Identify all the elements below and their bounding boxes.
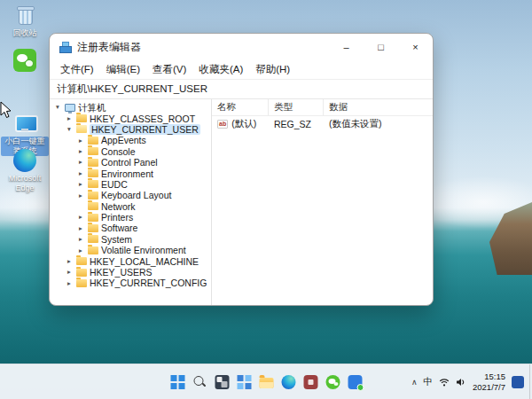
string-value-icon: ab: [217, 120, 228, 129]
tree-item-label: HKEY_USERS: [90, 267, 153, 278]
chevron-right-icon[interactable]: ▸: [76, 247, 85, 254]
close-button[interactable]: ×: [398, 34, 433, 60]
tree-item-hkey-users[interactable]: ▸HKEY_USERS: [50, 267, 211, 278]
wallpaper-cliff: [489, 202, 532, 275]
taskview-icon: [215, 375, 229, 389]
pinned-app-1-button[interactable]: [300, 370, 322, 394]
tree-item-printers[interactable]: ▸Printers: [50, 212, 211, 223]
chevron-right-icon[interactable]: ▸: [76, 192, 85, 200]
window-titlebar[interactable]: 注册表编辑器 – □ ×: [50, 34, 433, 60]
pinned-app-2-button[interactable]: [344, 370, 366, 394]
menu-item-4[interactable]: 帮助(H): [249, 61, 296, 78]
chevron-right-icon[interactable]: ▸: [76, 170, 85, 177]
folder-icon: [76, 279, 87, 287]
ime-indicator[interactable]: 中: [424, 376, 434, 388]
tree-item-keyboard-layout[interactable]: ▸Keyboard Layout: [50, 190, 211, 200]
chevron-right-icon[interactable]: ▸: [76, 148, 85, 155]
tree-item-label: Printers: [101, 212, 133, 223]
chevron-right-icon[interactable]: ▸: [76, 236, 85, 243]
column-header-2[interactable]: 数据: [324, 99, 433, 115]
folder-icon: [88, 224, 98, 232]
widgets-button[interactable]: [233, 370, 255, 394]
registry-tree: ▾计算机▸HKEY_CLASSES_ROOT▾HKEY_CURRENT_USER…: [50, 99, 212, 305]
desktop: 回收站小白一键重装系统Microsoft Edge 注册表编辑器 – □ × 文…: [0, 0, 532, 399]
edge-button[interactable]: [278, 370, 300, 394]
folder-icon: [88, 180, 98, 188]
tray-time: 15:15: [473, 372, 505, 382]
search-icon: [192, 375, 207, 389]
chevron-down-icon[interactable]: ▾: [53, 104, 62, 111]
clock[interactable]: 15:15 2021/7/7: [473, 372, 505, 393]
chevron-right-icon[interactable]: ▸: [65, 269, 74, 276]
tree-item-label: Software: [101, 223, 137, 233]
taskbar-icons: [167, 364, 366, 399]
start-icon: [170, 375, 184, 389]
tree-item-system[interactable]: ▸System: [50, 234, 211, 245]
search-button[interactable]: [189, 370, 211, 394]
maximize-button[interactable]: □: [364, 34, 398, 60]
chevron-right-icon[interactable]: ▸: [65, 258, 74, 265]
tree-item-volatile-environment[interactable]: ▸Volatile Environment: [50, 245, 211, 255]
network-icon[interactable]: [439, 377, 450, 387]
file-explorer-button[interactable]: [255, 370, 278, 394]
menu-bar: 文件(F)编辑(E)查看(V)收藏夹(A)帮助(H): [50, 60, 433, 79]
value-data: (数值未设置): [324, 118, 433, 130]
tree-item-label: EUDC: [101, 179, 128, 190]
system-tray: ∧ 中 15:15 2021/7/7: [411, 364, 532, 399]
column-header-0[interactable]: 名称: [212, 99, 269, 115]
tree-item-environment[interactable]: ▸Environment: [50, 168, 211, 178]
column-header-1[interactable]: 类型: [269, 99, 324, 115]
menu-item-1[interactable]: 编辑(E): [100, 61, 146, 78]
minimize-button[interactable]: –: [329, 34, 364, 60]
chevron-down-icon[interactable]: ▾: [65, 126, 74, 133]
desktop-icon-label: 回收站: [12, 28, 39, 38]
chevron-right-icon[interactable]: ▸: [76, 137, 85, 145]
tree-item--[interactable]: ▾计算机: [50, 102, 211, 113]
tree-item-eudc[interactable]: ▸EUDC: [50, 179, 211, 190]
value-type: REG_SZ: [269, 119, 324, 129]
start-button[interactable]: [167, 370, 189, 394]
tree-item-label: Volatile Environment: [101, 245, 186, 255]
chevron-right-icon[interactable]: ▸: [76, 181, 85, 188]
folder-icon: [88, 246, 98, 254]
chevron-right-icon[interactable]: ▸: [76, 225, 85, 232]
tray-chevron-up-icon[interactable]: ∧: [411, 378, 418, 387]
tree-item-hkey-classes-root[interactable]: ▸HKEY_CLASSES_ROOT: [50, 113, 211, 123]
tree-item-control-panel[interactable]: ▸Control Panel: [50, 157, 211, 168]
chevron-right-icon[interactable]: ▸: [76, 159, 85, 166]
tree-item-hkey-current-config[interactable]: ▸HKEY_CURRENT_CONFIG: [50, 278, 211, 288]
tree-item-network[interactable]: Network: [50, 201, 211, 212]
folder-icon: [88, 235, 98, 243]
tree-item-label: Keyboard Layout: [101, 190, 171, 200]
recycle-desktop-shortcut[interactable]: 回收站: [0, 4, 50, 38]
tree-item-label: Environment: [101, 168, 153, 179]
menu-item-0[interactable]: 文件(F): [54, 61, 100, 78]
tree-item-label: HKEY_CURRENT_CONFIG: [90, 278, 207, 288]
tree-item-software[interactable]: ▸Software: [50, 223, 211, 233]
notification-tray-app-icon[interactable]: [512, 376, 524, 388]
menu-item-3[interactable]: 收藏夹(A): [192, 61, 249, 78]
wechat-button[interactable]: [322, 370, 344, 394]
regedit-app-icon: [59, 42, 70, 52]
tree-item-hkey-local-machine[interactable]: ▸HKEY_LOCAL_MACHINE: [50, 255, 211, 266]
edge-desktop-shortcut[interactable]: Microsoft Edge: [0, 149, 50, 193]
folder-icon: [88, 202, 98, 210]
chevron-right-icon[interactable]: ▸: [65, 280, 74, 287]
folder-icon: [76, 269, 87, 277]
chevron-right-icon[interactable]: ▸: [76, 214, 85, 221]
task-view-button[interactable]: [211, 370, 233, 394]
value-list-pane: 名称类型数据 ab(默认)REG_SZ(数值未设置): [212, 99, 433, 305]
value-row[interactable]: ab(默认)REG_SZ(数值未设置): [212, 116, 433, 131]
menu-item-2[interactable]: 查看(V): [146, 61, 192, 78]
volume-icon[interactable]: [456, 377, 466, 387]
wechat-desktop-shortcut[interactable]: [0, 49, 50, 72]
value-name: (默认): [231, 118, 256, 130]
address-bar[interactable]: [50, 79, 433, 99]
tree-item-appevents[interactable]: ▸AppEvents: [50, 135, 211, 145]
tree-item-label: HKEY_CURRENT_USER: [90, 124, 200, 135]
tree-item-hkey-current-user[interactable]: ▾HKEY_CURRENT_USER: [50, 124, 211, 135]
tree-item-label: 计算机: [78, 102, 106, 113]
taskbar: ∧ 中 15:15 2021/7/7: [0, 364, 532, 399]
tree-item-console[interactable]: ▸Console: [50, 146, 211, 157]
chevron-right-icon[interactable]: ▸: [65, 115, 74, 122]
